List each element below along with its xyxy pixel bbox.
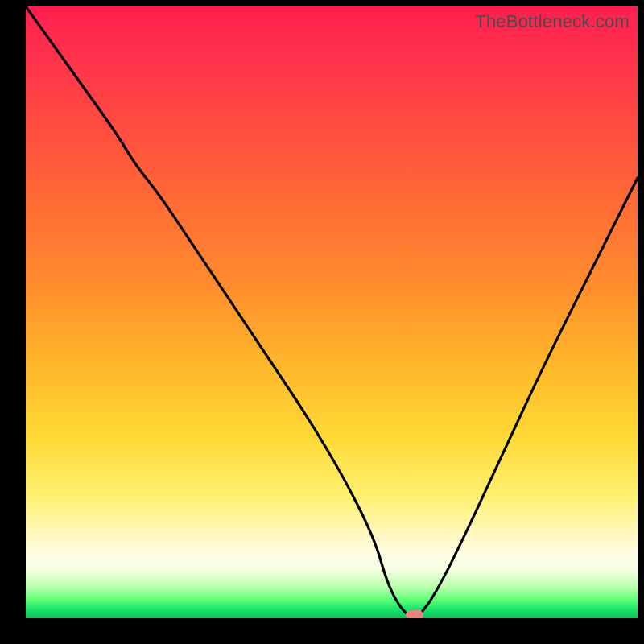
plot-area: TheBottleneck.com: [26, 6, 638, 618]
chart-root: TheBottleneck.com: [0, 0, 644, 644]
curve-svg: [26, 6, 638, 618]
bottleneck-curve-path: [26, 6, 638, 618]
optimal-marker: [406, 610, 423, 618]
